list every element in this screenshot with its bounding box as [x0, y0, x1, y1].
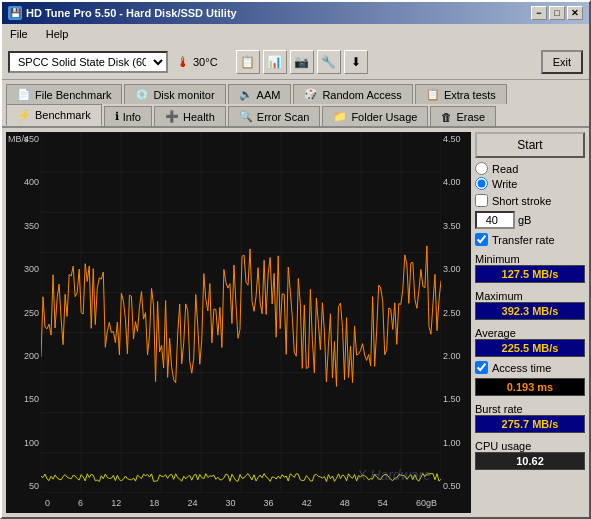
- toolbar-icon-1[interactable]: 📋: [236, 50, 260, 74]
- title-bar-left: 💾 HD Tune Pro 5.50 - Hard Disk/SSD Utili…: [8, 6, 237, 20]
- toolbar-icons: 📋 📊 📷 🔧 ⬇: [236, 50, 368, 74]
- tab-error-scan[interactable]: 🔍 Error Scan: [228, 106, 321, 126]
- average-label: Average: [475, 327, 585, 339]
- spin-input[interactable]: [475, 211, 515, 229]
- title-bar-buttons: − □ ✕: [531, 6, 583, 20]
- health-icon: ➕: [165, 110, 179, 123]
- short-stroke-label: Short stroke: [492, 195, 551, 207]
- toolbar-icon-5[interactable]: ⬇: [344, 50, 368, 74]
- disk-selector[interactable]: SPCC Solid State Disk (60 gB): [8, 51, 168, 73]
- benchmark-chart: [41, 132, 441, 493]
- start-button[interactable]: Start: [475, 132, 585, 158]
- erase-label: Erase: [456, 111, 485, 123]
- access-time-checkbox[interactable]: [475, 361, 488, 374]
- main-window: 💾 HD Tune Pro 5.50 - Hard Disk/SSD Utili…: [0, 0, 591, 519]
- aam-icon: 🔊: [239, 88, 253, 101]
- chart-area: MB/s ms 450 400 350 300 250 200 150 100 …: [6, 132, 471, 513]
- toolbar-icon-4[interactable]: 🔧: [317, 50, 341, 74]
- transfer-rate-checkbox[interactable]: [475, 233, 488, 246]
- cpu-usage-value: 10.62: [475, 452, 585, 470]
- content-area: MB/s ms 450 400 350 300 250 200 150 100 …: [2, 128, 589, 517]
- tab-health[interactable]: ➕ Health: [154, 106, 226, 126]
- disk-monitor-icon: 💿: [135, 88, 149, 101]
- error-scan-icon: 🔍: [239, 110, 253, 123]
- app-icon: 💾: [8, 6, 22, 20]
- minimum-group: Minimum 127.5 MB/s: [475, 250, 585, 283]
- transfer-rate-item[interactable]: Transfer rate: [475, 233, 585, 246]
- folder-usage-icon: 📁: [333, 110, 347, 123]
- minimum-value: 127.5 MB/s: [475, 265, 585, 283]
- maximum-value: 392.3 MB/s: [475, 302, 585, 320]
- extra-tests-icon: 📋: [426, 88, 440, 101]
- access-time-label: Access time: [492, 362, 551, 374]
- transfer-rate-label: Transfer rate: [492, 234, 555, 246]
- file-benchmark-icon: 📄: [17, 88, 31, 101]
- file-benchmark-label: File Benchmark: [35, 89, 111, 101]
- random-access-icon: 🎲: [304, 88, 318, 101]
- menubar: File Help: [2, 24, 589, 44]
- folder-usage-label: Folder Usage: [351, 111, 417, 123]
- benchmark-label: Benchmark: [35, 109, 91, 121]
- benchmark-icon: ⚡: [17, 109, 31, 122]
- average-value: 225.5 MB/s: [475, 339, 585, 357]
- cpu-usage-label: CPU usage: [475, 440, 585, 452]
- read-radio-item[interactable]: Read: [475, 162, 585, 175]
- tab-extra-tests[interactable]: 📋 Extra tests: [415, 84, 507, 104]
- tab-disk-monitor[interactable]: 💿 Disk monitor: [124, 84, 225, 104]
- tabs-row1: 📄 File Benchmark 💿 Disk monitor 🔊 AAM 🎲 …: [2, 80, 589, 104]
- tab-benchmark[interactable]: ⚡ Benchmark: [6, 104, 102, 126]
- maximum-group: Maximum 392.3 MB/s: [475, 287, 585, 320]
- maximize-button[interactable]: □: [549, 6, 565, 20]
- ms-axis-labels: 4.50 4.00 3.50 3.00 2.50 2.00 1.50 1.00 …: [441, 132, 471, 493]
- chart-canvas-container: [41, 132, 441, 493]
- close-button[interactable]: ✕: [567, 6, 583, 20]
- read-label: Read: [492, 163, 518, 175]
- menu-help[interactable]: Help: [42, 28, 73, 40]
- erase-icon: 🗑: [441, 111, 452, 123]
- short-stroke-checkbox[interactable]: [475, 194, 488, 207]
- temp-indicator: 🌡 30°C: [176, 54, 218, 70]
- tab-random-access[interactable]: 🎲 Random Access: [293, 84, 412, 104]
- read-radio[interactable]: [475, 162, 488, 175]
- random-access-label: Random Access: [322, 89, 401, 101]
- tabs-row2: ⚡ Benchmark ℹ Info ➕ Health 🔍 Error Scan…: [2, 104, 589, 128]
- tab-erase[interactable]: 🗑 Erase: [430, 106, 496, 126]
- minimize-button[interactable]: −: [531, 6, 547, 20]
- thermometer-icon: 🌡: [176, 54, 190, 70]
- access-time-checkbox-item[interactable]: Access time: [475, 361, 585, 374]
- cpu-usage-group: CPU usage 10.62: [475, 437, 585, 470]
- maximum-label: Maximum: [475, 290, 585, 302]
- title-bar: 💾 HD Tune Pro 5.50 - Hard Disk/SSD Utili…: [2, 2, 589, 24]
- health-label: Health: [183, 111, 215, 123]
- tab-info[interactable]: ℹ Info: [104, 106, 152, 126]
- short-stroke-item[interactable]: Short stroke: [475, 194, 585, 207]
- exit-button[interactable]: Exit: [541, 50, 583, 74]
- menu-file[interactable]: File: [6, 28, 32, 40]
- write-radio[interactable]: [475, 177, 488, 190]
- window-title: HD Tune Pro 5.50 - Hard Disk/SSD Utility: [26, 7, 237, 19]
- burst-rate-value: 275.7 MB/s: [475, 415, 585, 433]
- burst-rate-group: Burst rate 275.7 MB/s: [475, 400, 585, 433]
- y-axis-labels: 450 400 350 300 250 200 150 100 50: [6, 132, 41, 493]
- write-label: Write: [492, 178, 517, 190]
- tab-aam[interactable]: 🔊 AAM: [228, 84, 292, 104]
- x-axis-labels: 0 6 12 18 24 30 36 42 48 54 60gB: [41, 493, 441, 513]
- info-icon: ℹ: [115, 110, 119, 123]
- tab-file-benchmark[interactable]: 📄 File Benchmark: [6, 84, 122, 104]
- burst-rate-label: Burst rate: [475, 403, 585, 415]
- toolbar-icon-2[interactable]: 📊: [263, 50, 287, 74]
- aam-label: AAM: [257, 89, 281, 101]
- info-label: Info: [123, 111, 141, 123]
- side-panel: Start Read Write Short stroke gB: [475, 132, 585, 513]
- spin-row: gB: [475, 211, 585, 229]
- toolbar-icon-3[interactable]: 📷: [290, 50, 314, 74]
- tab-folder-usage[interactable]: 📁 Folder Usage: [322, 106, 428, 126]
- extra-tests-label: Extra tests: [444, 89, 496, 101]
- spin-unit: gB: [518, 214, 531, 226]
- write-radio-item[interactable]: Write: [475, 177, 585, 190]
- temp-value: 30°C: [193, 56, 218, 68]
- error-scan-label: Error Scan: [257, 111, 310, 123]
- radio-group: Read Write: [475, 162, 585, 190]
- toolbar: SPCC Solid State Disk (60 gB) 🌡 30°C 📋 📊…: [2, 44, 589, 80]
- watermark: X Hardware: [357, 467, 431, 483]
